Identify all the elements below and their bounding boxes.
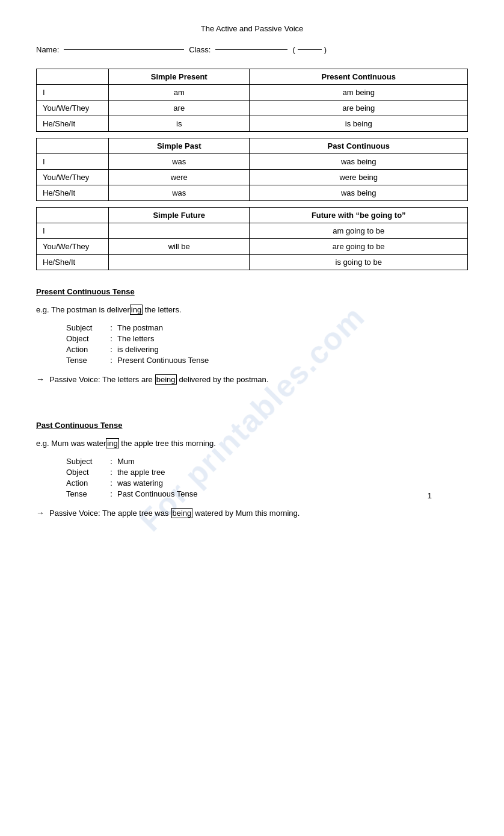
analysis-subject-past: Subject : Mum	[66, 457, 468, 466]
analysis-subject-present: Subject : The postman	[66, 323, 468, 332]
table-row: You/We/They will be are going to be	[37, 239, 468, 255]
boxed-ing-past: ing	[106, 438, 118, 448]
table-row: He/She/It is going to be	[37, 255, 468, 270]
table-row: You/We/They are are being	[37, 101, 468, 116]
spacer-row	[37, 132, 468, 138]
analysis-action-present: Action : is delivering	[66, 345, 468, 354]
analysis-table-present: Subject : The postman Object : The lette…	[66, 323, 468, 365]
passive-voice-present: → Passive Voice: The letters are being d…	[36, 374, 468, 385]
header-row-past: Simple Past Past Continuous	[37, 138, 468, 154]
analysis-object-present: Object : The letters	[66, 334, 468, 343]
boxed-ing-present: ing	[130, 305, 143, 315]
passive-voice-past: → Passive Voice: The apple tree was bein…	[36, 508, 468, 518]
section-divider	[36, 403, 468, 421]
boxed-being-present: being	[155, 374, 177, 385]
table-row: He/She/It was was being	[37, 185, 468, 201]
table-row: He/She/It is is being	[37, 116, 468, 132]
past-continuous-title: Past Continuous Tense	[36, 421, 468, 430]
past-continuous-section: Past Continuous Tense e.g. Mum was water…	[36, 421, 468, 518]
table-row: I am going to be	[37, 223, 468, 239]
boxed-being-past: being	[171, 508, 193, 518]
arrow-icon-past: →	[36, 508, 45, 518]
name-line: Name: Class: ( )	[36, 45, 468, 54]
analysis-tense-past: Tense : Past Continuous Tense	[66, 489, 468, 498]
grammar-table: Simple Present Present Continuous I am a…	[36, 69, 468, 270]
class-paren-line	[298, 49, 322, 50]
header-row-future: Simple Future Future with “be going to”	[37, 208, 468, 223]
header-row-present: Simple Present Present Continuous	[37, 69, 468, 85]
analysis-tense-present: Tense : Present Continuous Tense	[66, 356, 468, 365]
name-underline	[64, 49, 184, 50]
page-title: The Active and Passive Voice	[36, 24, 468, 33]
arrow-icon-present: →	[36, 374, 45, 384]
analysis-action-past: Action : was watering	[66, 478, 468, 488]
table-row: I was was being	[37, 154, 468, 170]
example-sentence-present: e.g. The postman is delivering the lette…	[36, 305, 468, 315]
analysis-table-past: Subject : Mum Object : the apple tree Ac…	[66, 457, 468, 498]
page-number: 1	[428, 491, 432, 500]
example-sentence-past: e.g. Mum was watering the apple tree thi…	[36, 438, 468, 448]
analysis-object-past: Object : the apple tree	[66, 468, 468, 477]
present-continuous-section: Present Continuous Tense e.g. The postma…	[36, 287, 468, 385]
spacer-row	[37, 201, 468, 208]
class-underline	[215, 49, 287, 50]
present-continuous-title: Present Continuous Tense	[36, 287, 468, 296]
table-row: You/We/They were were being	[37, 170, 468, 185]
table-row: I am am being	[37, 85, 468, 101]
